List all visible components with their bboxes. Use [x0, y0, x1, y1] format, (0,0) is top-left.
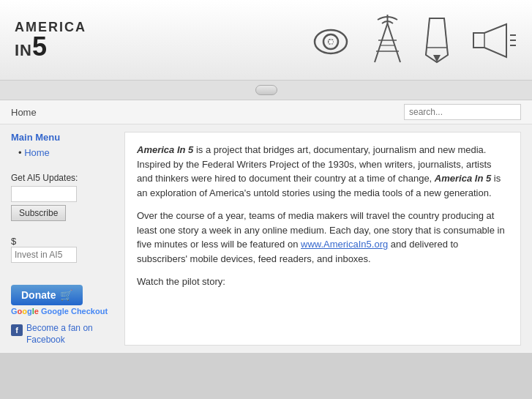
svg-rect-16 [473, 33, 484, 48]
sidebar-menu: Home [11, 147, 113, 158]
sidebar-menu-title: Main Menu [11, 132, 113, 143]
megaphone-icon [466, 22, 517, 59]
facebook-section[interactable]: f Become a fan on Facebook [11, 323, 113, 346]
main-content: America In 5 is a project that bridges a… [124, 132, 521, 346]
svg-line-5 [388, 23, 401, 62]
website-link[interactable]: www.AmericaIn5.org [301, 239, 388, 250]
sidebar: Main Menu Home Get AI5 Updates: Subscrib… [11, 132, 113, 346]
donate-button[interactable]: Donate 🛒 [11, 285, 83, 305]
nav-home-link[interactable]: Home [11, 107, 37, 118]
svg-line-12 [426, 18, 430, 55]
logo-line2: IN 5 [15, 34, 86, 60]
brand-name-2: America In 5 [435, 173, 491, 184]
logo-in: IN [15, 42, 32, 59]
updates-section: Get AI5 Updates: Subscribe [11, 173, 113, 221]
cart-icon: 🛒 [60, 289, 72, 301]
scroll-indicator [0, 81, 532, 100]
donate-label: Donate [21, 289, 56, 301]
page-wrapper: AMERICA IN 5 ✱ [0, 0, 532, 353]
watch-pilot-text: Watch the pilot story: [137, 276, 225, 287]
svg-line-13 [444, 18, 448, 55]
svg-text:✱: ✱ [328, 38, 334, 46]
sidebar-home-link[interactable]: Home [24, 147, 50, 158]
paragraph-2: Over the course of a year, teams of medi… [137, 209, 509, 266]
paragraph-1: America In 5 is a project that bridges a… [137, 143, 509, 200]
brand-name-1: America In 5 [137, 144, 193, 155]
antenna-icon [367, 15, 408, 66]
logo-line1: AMERICA [15, 20, 86, 34]
facebook-link-text: Become a fan on Facebook [26, 323, 113, 346]
search-input[interactable] [404, 104, 521, 120]
svg-marker-15 [473, 24, 506, 57]
logo-5: 5 [32, 34, 48, 60]
pencil-icon [422, 15, 452, 66]
invest-input[interactable] [11, 247, 77, 263]
sidebar-menu-item-home: Home [18, 147, 113, 158]
donate-section: Donate 🛒 Google Google Checkout [11, 277, 113, 316]
invest-section: $ [11, 236, 113, 263]
content: Main Menu Home Get AI5 Updates: Subscrib… [0, 124, 532, 353]
dollar-sign: $ [11, 236, 113, 247]
eye-icon: ✱ [309, 22, 353, 59]
logo: AMERICA IN 5 [15, 20, 86, 60]
header-icons: ✱ [309, 15, 517, 66]
navbar: Home [0, 100, 532, 124]
header: AMERICA IN 5 ✱ [0, 0, 532, 81]
google-checkout: Google Google Checkout [11, 307, 113, 316]
subscribe-button[interactable]: Subscribe [11, 205, 66, 221]
updates-label: Get AI5 Updates: [11, 173, 113, 183]
facebook-icon: f [11, 324, 23, 336]
paragraph-3: Watch the pilot story: [137, 275, 509, 289]
svg-line-4 [375, 23, 388, 62]
email-input[interactable] [11, 186, 77, 202]
scroll-button[interactable] [255, 85, 277, 95]
